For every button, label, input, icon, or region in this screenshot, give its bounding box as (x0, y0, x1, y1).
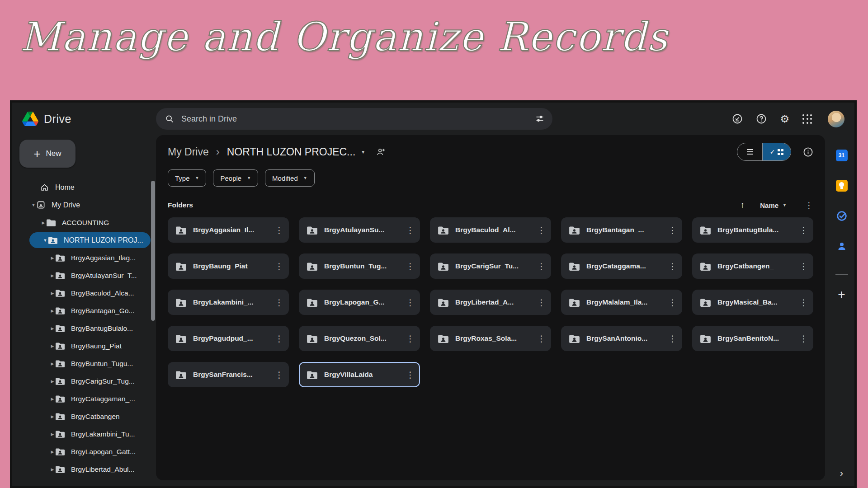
folder-card[interactable]: BrgyAggasian_Il... ⋮ (168, 217, 289, 243)
sidebar-tree-item[interactable]: ▶ BrgyBaculod_Alca... (12, 284, 156, 302)
more-options-icon[interactable]: ⋮ (275, 298, 283, 307)
search-options-icon[interactable] (535, 114, 544, 123)
chevron-right-icon[interactable]: ▶ (49, 344, 56, 348)
sidebar-item-north-luzon-selected[interactable]: ▼ NORTH LUZON PROJ... (12, 231, 156, 249)
more-options-icon[interactable]: ⋮ (799, 298, 808, 307)
offline-status-icon[interactable] (732, 113, 743, 124)
get-add-ons-plus-icon[interactable]: + (838, 287, 845, 302)
sidebar-tree-item[interactable]: ▶ BrgyAtulayanSur_T... (12, 267, 156, 284)
share-person-add-icon[interactable] (376, 147, 386, 157)
folder-card[interactable]: BrgyBantugBula... ⋮ (692, 217, 813, 243)
chevron-right-icon[interactable]: ▶ (49, 309, 56, 313)
sidebar-tree-item[interactable]: ▶ BrgyLapogan_Gatt... (12, 443, 156, 460)
folder-card[interactable]: BrgyCarigSur_Tu... ⋮ (430, 253, 551, 279)
filter-chip-people[interactable]: People ▼ (213, 169, 258, 187)
filter-chip-type[interactable]: Type ▼ (168, 169, 206, 187)
sidebar-scrollbar[interactable] (151, 181, 155, 321)
more-options-icon[interactable]: ⋮ (275, 226, 283, 235)
sidebar-item-my-drive[interactable]: ▼ My Drive (12, 196, 156, 214)
more-options-icon[interactable]: ⋮ (406, 226, 415, 235)
folder-card[interactable]: BrgyRoxas_Sola... ⋮ (430, 326, 551, 351)
sort-direction-arrow-icon[interactable]: ↑ (741, 200, 745, 210)
more-options-icon[interactable]: ⋮ (537, 226, 546, 235)
chevron-right-icon[interactable]: ▶ (49, 432, 56, 436)
chevron-right-icon[interactable]: ▶ (49, 450, 56, 454)
folder-card[interactable]: BrgySanFrancis... ⋮ (168, 362, 289, 387)
tasks-icon[interactable] (836, 210, 848, 222)
folder-card[interactable]: BrgySanAntonio... ⋮ (561, 326, 682, 351)
more-options-icon[interactable]: ⋮ (537, 262, 546, 271)
google-apps-grid-icon[interactable] (802, 114, 812, 124)
more-options-icon[interactable]: ⋮ (668, 226, 677, 235)
calendar-icon[interactable]: 31 (836, 150, 848, 161)
folder-card[interactable]: BrgyBaung_Piat ⋮ (168, 253, 289, 279)
chevron-right-icon[interactable]: ▶ (49, 256, 56, 260)
help-icon[interactable] (756, 113, 767, 124)
folder-card[interactable]: BrgyLibertad_A... ⋮ (430, 290, 551, 315)
sidebar-tree-item[interactable]: ▶ BrgyLibertad_Abul... (12, 460, 156, 478)
folder-card[interactable]: BrgyPagudpud_... ⋮ (168, 326, 289, 351)
more-options-icon[interactable]: ⋮ (275, 334, 283, 343)
more-options-icon[interactable]: ⋮ (406, 334, 415, 343)
more-options-icon[interactable]: ⋮ (799, 334, 808, 343)
breadcrumb-my-drive[interactable]: My Drive (168, 146, 209, 158)
account-avatar[interactable] (828, 111, 844, 127)
chevron-right-icon[interactable]: ▶ (49, 273, 56, 278)
folder-card[interactable]: BrgyLapogan_G... ⋮ (299, 290, 420, 315)
keep-icon[interactable] (836, 180, 848, 192)
search-input[interactable]: Search in Drive (181, 114, 535, 124)
more-options-icon[interactable]: ⋮ (275, 371, 283, 379)
chevron-right-icon[interactable]: ▶ (49, 361, 56, 366)
sidebar-tree-item[interactable]: ▶ BrgyBantugBulalo... (12, 319, 156, 337)
sidebar-tree-item[interactable]: ▶ BrgyLakambini_Tu... (12, 425, 156, 443)
list-view-button[interactable] (737, 143, 763, 160)
more-options-icon[interactable]: ⋮ (537, 334, 546, 343)
expand-chevron-icon[interactable]: › (840, 468, 843, 479)
search-icon[interactable] (165, 114, 174, 123)
breadcrumb-current-folder[interactable]: NORTH LUZON PROJEC... ▼ (227, 146, 365, 158)
folder-card[interactable]: BrgyBaculod_Al... ⋮ (430, 217, 551, 243)
more-options-icon[interactable]: ⋮ (668, 334, 677, 343)
new-button[interactable]: + New (19, 140, 75, 168)
more-options-icon[interactable]: ⋮ (799, 226, 808, 235)
folder-card[interactable]: BrgyBuntun_Tug... ⋮ (299, 253, 420, 279)
sidebar-tree-item[interactable]: ▶ BrgyBaung_Piat (12, 337, 156, 355)
sort-by-name-button[interactable]: Name ▼ (760, 202, 787, 209)
folder-card[interactable]: BrgyBantagan_... ⋮ (561, 217, 682, 243)
search-bar[interactable]: Search in Drive (156, 108, 552, 130)
info-icon[interactable] (803, 147, 813, 157)
more-options-icon[interactable]: ⋮ (537, 298, 546, 307)
sidebar-tree-item[interactable]: ▶ BrgyCataggaman_... (12, 390, 156, 408)
sidebar-tree-item[interactable]: ▶ BrgyBuntun_Tugu... (12, 355, 156, 372)
more-options-icon[interactable]: ⋮ (275, 262, 283, 271)
contacts-icon[interactable] (836, 240, 848, 252)
settings-gear-icon[interactable]: ⚙ (780, 114, 789, 124)
chevron-right-icon[interactable]: ▶ (49, 326, 56, 331)
sidebar-item-home[interactable]: Home (12, 178, 156, 196)
chevron-down-icon[interactable]: ▼ (30, 203, 37, 207)
more-options-icon[interactable]: ⋮ (668, 262, 677, 271)
folder-card[interactable]: BrgyMalalam_Ila... ⋮ (561, 290, 682, 315)
folder-card[interactable]: BrgyMasical_Ba... ⋮ (692, 290, 813, 315)
grid-view-button[interactable]: ✓ (763, 143, 791, 160)
sidebar-tree-item[interactable]: ▶ BrgyBantagan_Go... (12, 302, 156, 319)
chevron-right-icon[interactable]: ▶ (49, 397, 56, 401)
chevron-down-icon[interactable]: ▼ (42, 238, 48, 243)
more-options-icon[interactable]: ⋮ (406, 371, 415, 379)
more-options-icon[interactable]: ⋮ (799, 262, 808, 271)
more-options-icon[interactable]: ⋮ (805, 201, 813, 210)
chevron-right-icon[interactable]: ▶ (40, 221, 47, 225)
chevron-right-icon[interactable]: ▶ (49, 467, 56, 472)
folder-card[interactable]: BrgyCatbangen_ ⋮ (692, 253, 813, 279)
sidebar-tree-item[interactable]: ▶ BrgyAggasian_Ilag... (12, 249, 156, 267)
sidebar-item-accounting[interactable]: ▶ ACCOUNTING (12, 214, 156, 231)
sidebar-tree-item[interactable]: ▶ BrgyCarigSur_Tug... (12, 372, 156, 390)
more-options-icon[interactable]: ⋮ (406, 298, 415, 307)
drive-logo-area[interactable]: Drive (22, 112, 156, 126)
folder-card[interactable]: BrgyQuezon_Sol... ⋮ (299, 326, 420, 351)
chevron-right-icon[interactable]: ▶ (49, 414, 56, 419)
folder-card[interactable]: BrgyLakambini_... ⋮ (168, 290, 289, 315)
more-options-icon[interactable]: ⋮ (406, 262, 415, 271)
chevron-right-icon[interactable]: ▶ (49, 291, 56, 296)
chevron-right-icon[interactable]: ▶ (49, 379, 56, 384)
